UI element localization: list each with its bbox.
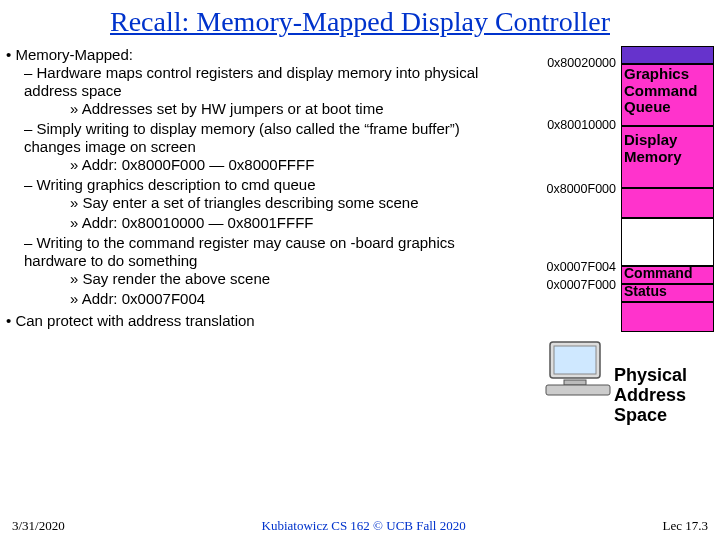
footer-lecture: Lec 17.3: [663, 518, 708, 534]
block-bottom-gap: [621, 302, 714, 332]
footer: 3/31/2020 Kubiatowicz CS 162 © UCB Fall …: [0, 518, 720, 534]
addr-80010000: 0x80010000: [506, 118, 616, 132]
bullet-addr-cmd: Addr: 0x0007F004: [24, 290, 502, 308]
label-physical-address-space: Physical Address Space: [614, 366, 714, 425]
label-command: Command: [624, 266, 712, 281]
bullet-hw-maps: Hardware maps control registers and disp…: [6, 64, 502, 118]
addr-80020000: 0x80020000: [506, 56, 616, 70]
bullet-cmd-register: Writing to the command register may caus…: [6, 234, 502, 308]
svg-rect-1: [554, 346, 596, 374]
bullet-protect: Can protect with address translation: [6, 312, 502, 330]
addr-8000F000: 0x8000F000: [506, 182, 616, 196]
slide-title: Recall: Memory-Mapped Display Controller: [0, 0, 720, 38]
label-display-memory: Display Memory: [624, 132, 712, 165]
bullet-addr-cq: Addr: 0x80010000 — 0x8001FFFF: [24, 214, 502, 232]
bullet-addr-fb: Addr: 0x8000F000 — 0x8000FFFF: [24, 156, 502, 174]
bullet-memory-mapped: Memory-Mapped: Hardware maps control reg…: [6, 46, 502, 308]
svg-rect-2: [564, 380, 586, 385]
label-graphics-queue: Graphics Command Queue: [624, 66, 712, 116]
content-row: Memory-Mapped: Hardware maps control reg…: [0, 38, 720, 334]
block-gap-1: [621, 188, 714, 218]
footer-course: Kubiatowicz CS 162 © UCB Fall 2020: [262, 518, 466, 534]
addr-0007F000: 0x0007F000: [506, 278, 616, 292]
block-top-violet: [621, 46, 714, 64]
label-status: Status: [624, 284, 712, 299]
bullet-column: Memory-Mapped: Hardware maps control reg…: [6, 46, 502, 334]
svg-rect-3: [546, 385, 610, 395]
memory-map-column: 0x80020000 0x80010000 0x8000F000 0x0007F…: [502, 46, 714, 334]
bullet-frame-buffer: Simply writing to display memory (also c…: [6, 120, 502, 174]
monitor-icon: [544, 338, 614, 398]
bullet-triangles: Say enter a set of triangles describing …: [24, 194, 502, 212]
block-gap-white: [621, 218, 714, 266]
bullet-addresses-set: Addresses set by HW jumpers or at boot t…: [24, 100, 502, 118]
footer-date: 3/31/2020: [12, 518, 65, 534]
bullet-cmd-queue: Writing graphics description to cmd queu…: [6, 176, 502, 232]
addr-0007F004: 0x0007F004: [506, 260, 616, 274]
bullet-render: Say render the above scene: [24, 270, 502, 288]
